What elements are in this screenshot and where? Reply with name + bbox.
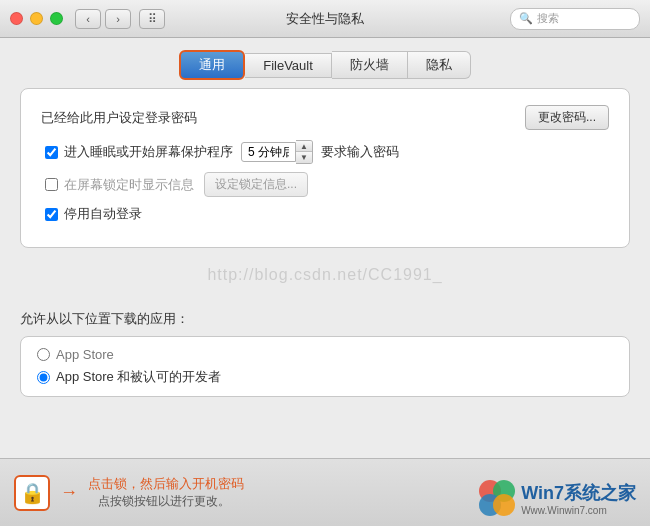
tab-firewall[interactable]: 防火墙 (332, 51, 408, 79)
search-bar[interactable]: 🔍 搜索 (510, 8, 640, 30)
change-password-button[interactable]: 更改密码... (525, 105, 609, 130)
stepper-up[interactable]: ▲ (296, 141, 312, 152)
lock-button[interactable]: 🔒 (14, 475, 50, 511)
titlebar: ‹ › ⠿ 安全性与隐私 🔍 搜索 (0, 0, 650, 38)
traffic-lights (10, 12, 63, 25)
allow-label: 允许从以下位置下载的应用： (20, 310, 630, 328)
tab-filevault[interactable]: FileVault (245, 53, 332, 78)
tab-privacy[interactable]: 隐私 (408, 51, 471, 79)
grid-button[interactable]: ⠿ (139, 9, 165, 29)
maximize-button[interactable] (50, 12, 63, 25)
tab-bar: 通用 FileVault 防火墙 隐私 (0, 38, 650, 88)
upper-panel: 已经给此用户设定登录密码 更改密码... 进入睡眠或开始屏幕保护程序 ▲ ▼ 要… (20, 88, 630, 248)
arrow-icon: → (60, 482, 78, 503)
sleep-checkbox[interactable] (45, 146, 58, 159)
forward-button[interactable]: › (105, 9, 131, 29)
radio-appstore-row: App Store (37, 347, 613, 362)
auto-login-label: 停用自动登录 (64, 205, 142, 223)
lock-settings-button: 设定锁定信息... (204, 172, 308, 197)
require-label: 要求输入密码 (321, 143, 399, 161)
windows-logo-icon (477, 478, 517, 518)
show-info-row: 在屏幕锁定时显示信息 设定锁定信息... (41, 172, 609, 197)
svg-point-3 (493, 494, 515, 516)
window-title: 安全性与隐私 (286, 10, 364, 28)
sleep-label: 进入睡眠或开始屏幕保护程序 (64, 143, 233, 161)
radio-group: App Store App Store 和被认可的开发者 (20, 336, 630, 397)
close-button[interactable] (10, 12, 23, 25)
back-button[interactable]: ‹ (75, 9, 101, 29)
win7-text-sub: Www.Winwin7.com (521, 505, 636, 516)
nav-buttons: ‹ › (75, 9, 131, 29)
radio-appstore-dev-row: App Store 和被认可的开发者 (37, 368, 613, 386)
main-content: 通用 FileVault 防火墙 隐私 已经给此用户设定登录密码 更改密码...… (0, 38, 650, 526)
win7-logo: Win7系统之家 Www.Winwin7.com (477, 478, 636, 518)
radio-appstore-dev-label: App Store 和被认可的开发者 (56, 368, 221, 386)
password-row: 已经给此用户设定登录密码 更改密码... (41, 105, 609, 130)
show-info-checkbox[interactable] (45, 178, 58, 191)
bottom-bar: 🔒 → 点击锁，然后输入开机密码 点按锁按钮以进行更改。 Win7系统之家 Ww… (0, 458, 650, 526)
sleep-delay-input[interactable] (241, 142, 296, 162)
auto-login-row: 停用自动登录 (41, 205, 609, 223)
stepper-arrows: ▲ ▼ (296, 140, 313, 164)
radio-appstore-dev[interactable] (37, 371, 50, 384)
win7-badge: Win7系统之家 Www.Winwin7.com (477, 478, 636, 518)
auto-login-checkbox[interactable] (45, 208, 58, 221)
sleep-row: 进入睡眠或开始屏幕保护程序 ▲ ▼ 要求输入密码 (41, 140, 609, 164)
win7-text-main: Win7系统之家 (521, 481, 636, 505)
stepper-down[interactable]: ▼ (296, 152, 312, 163)
radio-appstore-label: App Store (56, 347, 114, 362)
watermark: http://blog.csdn.net/CC1991_ (0, 248, 650, 298)
lock-arrow: → (60, 482, 78, 503)
search-icon: 🔍 (519, 12, 533, 25)
minimize-button[interactable] (30, 12, 43, 25)
password-label: 已经给此用户设定登录密码 (41, 109, 525, 127)
search-placeholder: 搜索 (537, 11, 559, 26)
radio-appstore[interactable] (37, 348, 50, 361)
show-info-label: 在屏幕锁定时显示信息 (64, 176, 194, 194)
sleep-stepper-group: ▲ ▼ (241, 140, 313, 164)
tab-general[interactable]: 通用 (179, 50, 245, 80)
